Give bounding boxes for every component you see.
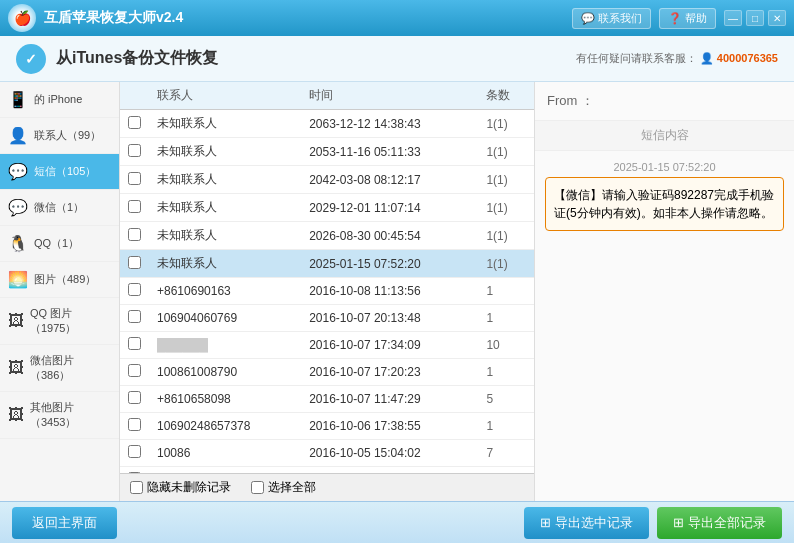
detail-from: From ：: [535, 82, 794, 121]
export-selected-button[interactable]: ⊞ 导出选中记录: [524, 507, 649, 539]
row-checkbox[interactable]: [128, 144, 141, 157]
row-count: 1: [478, 278, 534, 305]
title-bar-right: 💬 联系我们 ❓ 帮助 — □ ✕: [572, 8, 786, 29]
row-checkbox-cell[interactable]: [120, 386, 149, 413]
header-title-group: ✓ 从iTunes备份文件恢复: [16, 44, 218, 74]
row-contact: 未知联系人: [149, 138, 301, 166]
row-checkbox[interactable]: [128, 310, 141, 323]
row-checkbox[interactable]: [128, 391, 141, 404]
row-checkbox-cell[interactable]: [120, 110, 149, 138]
title-bar: 🍎 互盾苹果恢复大师v2.4 💬 联系我们 ❓ 帮助 — □ ✕: [0, 0, 794, 36]
table-row[interactable]: 未知联系人 2042-03-08 08:12:17 1(1): [120, 166, 534, 194]
row-count: 1(1): [478, 222, 534, 250]
row-checkbox-cell[interactable]: [120, 359, 149, 386]
sidebar-label-iphone: 的 iPhone: [34, 92, 82, 107]
message-item: 2025-01-15 07:52:20 【微信】请输入验证码892287完成手机…: [545, 161, 784, 231]
table-row[interactable]: 10086 2016-10-05 15:04:02 7: [120, 440, 534, 467]
row-time: 2026-08-30 00:45:54: [301, 222, 478, 250]
page-title: 从iTunes备份文件恢复: [56, 48, 218, 69]
header-icon: ✓: [16, 44, 46, 74]
table-row[interactable]: 100861008790 2016-10-07 17:20:23 1: [120, 359, 534, 386]
row-checkbox-cell[interactable]: [120, 138, 149, 166]
table-row[interactable]: 未知联系人 2063-12-12 14:38:43 1(1): [120, 110, 534, 138]
row-checkbox[interactable]: [128, 200, 141, 213]
sidebar-item-contacts[interactable]: 👤 联系人（99）: [0, 118, 119, 154]
sidebar-item-iphone[interactable]: 📱 的 iPhone: [0, 82, 119, 118]
row-contact: +8610658098: [149, 386, 301, 413]
row-checkbox-cell[interactable]: [120, 440, 149, 467]
row-checkbox-cell[interactable]: [120, 194, 149, 222]
row-checkbox[interactable]: [128, 283, 141, 296]
maximize-button[interactable]: □: [746, 10, 764, 26]
table-row[interactable]: 106904060769 2016-10-07 20:13:48 1: [120, 305, 534, 332]
table-row[interactable]: 未知联系人 2029-12-01 11:07:14 1(1): [120, 194, 534, 222]
sidebar-label-sms: 短信（105）: [34, 164, 96, 179]
sidebar-item-qq[interactable]: 🐧 QQ（1）: [0, 226, 119, 262]
table-row[interactable]: +8610690163 2016-10-08 11:13:56 1: [120, 278, 534, 305]
row-checkbox[interactable]: [128, 418, 141, 431]
select-all-text: 选择全部: [268, 479, 316, 496]
row-checkbox[interactable]: [128, 228, 141, 241]
select-all-checkbox[interactable]: [251, 481, 264, 494]
row-time: 2016-10-07 20:13:48: [301, 305, 478, 332]
row-count: 1: [478, 413, 534, 440]
contact-label: 联系我们: [598, 11, 642, 26]
row-checkbox[interactable]: [128, 445, 141, 458]
row-checkbox[interactable]: [128, 364, 141, 377]
table-row[interactable]: +8610658098 2016-10-07 11:47:29 5: [120, 386, 534, 413]
row-contact: ██████: [149, 332, 301, 359]
table-row[interactable]: 10690248657378 2016-10-06 17:38:55 1: [120, 413, 534, 440]
sidebar-item-wechat[interactable]: 💬 微信（1）: [0, 190, 119, 226]
row-checkbox-cell[interactable]: [120, 413, 149, 440]
phone-number: 4000076365: [717, 52, 778, 64]
sidebar-icon-iphone: 📱: [8, 90, 28, 109]
detail-panel: From ： 短信内容 2025-01-15 07:52:20 【微信】请输入验…: [534, 82, 794, 501]
hide-deleted-text: 隐藏未删除记录: [147, 479, 231, 496]
table-row[interactable]: 未知联系人 2025-01-15 07:52:20 1(1): [120, 250, 534, 278]
contact-button[interactable]: 💬 联系我们: [572, 8, 651, 29]
hide-deleted-checkbox[interactable]: [130, 481, 143, 494]
action-buttons: ⊞ 导出选中记录 ⊞ 导出全部记录: [524, 507, 782, 539]
main-content: 📱 的 iPhone 👤 联系人（99） 💬 短信（105） 💬 微信（1） 🐧…: [0, 82, 794, 501]
message-bubble: 【微信】请输入验证码892287完成手机验证(5分钟内有效)。如非本人操作请忽略…: [545, 177, 784, 231]
row-time: 2016-10-07 17:20:23: [301, 359, 478, 386]
row-checkbox-cell[interactable]: [120, 250, 149, 278]
minimize-button[interactable]: —: [724, 10, 742, 26]
sidebar-item-photos[interactable]: 🌅 图片（489）: [0, 262, 119, 298]
avatar-icon: 👤: [700, 52, 714, 64]
row-contact: 10086: [149, 440, 301, 467]
sidebar-item-sms[interactable]: 💬 短信（105）: [0, 154, 119, 190]
export-all-label: 导出全部记录: [688, 514, 766, 532]
row-time: 2063-12-12 14:38:43: [301, 110, 478, 138]
row-checkbox[interactable]: [128, 172, 141, 185]
row-contact: 100861008790: [149, 359, 301, 386]
row-checkbox-cell[interactable]: [120, 222, 149, 250]
back-button[interactable]: 返回主界面: [12, 507, 117, 539]
help-button[interactable]: ❓ 帮助: [659, 8, 716, 29]
table-row[interactable]: 未知联系人 2053-11-16 05:11:33 1(1): [120, 138, 534, 166]
sidebar-label-wechat: 微信（1）: [34, 200, 84, 215]
sidebar-item-other-photos[interactable]: 🖼 其他图片（3453）: [0, 392, 119, 439]
row-checkbox[interactable]: [128, 116, 141, 129]
sidebar-item-wechat-photos[interactable]: 🖼 微信图片（386）: [0, 345, 119, 392]
row-checkbox-cell[interactable]: [120, 166, 149, 194]
col-count: 条数: [478, 82, 534, 110]
table-row[interactable]: ██████ 2016-10-07 17:34:09 10: [120, 332, 534, 359]
app-icon: 🍎: [8, 4, 36, 32]
row-checkbox-cell[interactable]: [120, 278, 149, 305]
close-button[interactable]: ✕: [768, 10, 786, 26]
row-contact: 未知联系人: [149, 222, 301, 250]
sidebar-item-qq-photos[interactable]: 🖼 QQ 图片（1975）: [0, 298, 119, 345]
export-all-button[interactable]: ⊞ 导出全部记录: [657, 507, 782, 539]
select-all-label[interactable]: 选择全部: [251, 479, 316, 496]
row-checkbox[interactable]: [128, 256, 141, 269]
row-time: 2025-01-15 07:52:20: [301, 250, 478, 278]
row-checkbox[interactable]: [128, 337, 141, 350]
row-contact: 未知联系人: [149, 250, 301, 278]
sidebar-label-other-photos: 其他图片（3453）: [30, 400, 111, 430]
table-row[interactable]: 未知联系人 2026-08-30 00:45:54 1(1): [120, 222, 534, 250]
hide-deleted-label[interactable]: 隐藏未删除记录: [130, 479, 231, 496]
row-checkbox-cell[interactable]: [120, 332, 149, 359]
row-time: 2016-10-08 11:13:56: [301, 278, 478, 305]
row-checkbox-cell[interactable]: [120, 305, 149, 332]
